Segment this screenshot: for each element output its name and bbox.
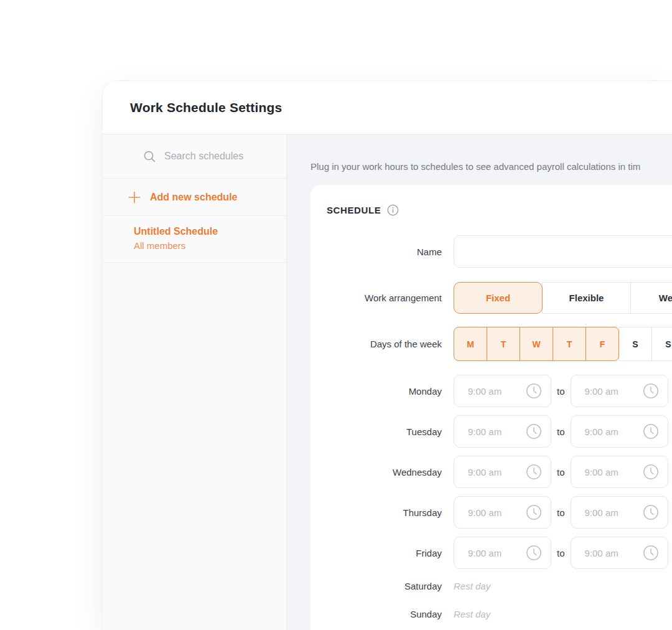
sunday-rest-day-text: Rest day: [454, 609, 490, 619]
screen: Work Schedule Settings Search schedules: [0, 0, 672, 630]
schedule-item-members: All members: [134, 240, 274, 251]
schedule-card: SCHEDULE Name: [310, 185, 672, 630]
saturday-rest-day-text: Rest day: [454, 581, 490, 591]
clock-icon: [643, 504, 659, 520]
schedule-name-input[interactable]: [454, 235, 672, 268]
page-title: Work Schedule Settings: [130, 100, 282, 115]
time-placeholder: 9:00 am: [585, 467, 618, 477]
main-panel: Plug in your work hours to schedules to …: [287, 134, 672, 630]
monday-row: Monday 9:00 am to 9:00 am: [327, 375, 672, 407]
tuesday-start-time-field[interactable]: 9:00 am: [454, 415, 551, 448]
schedule-item-name: Untitled Schedule: [134, 226, 274, 237]
add-new-schedule-button[interactable]: Add new schedule: [103, 179, 286, 216]
day-toggle-tuesday[interactable]: T: [487, 327, 520, 361]
wednesday-start-time-field[interactable]: 9:00 am: [454, 456, 551, 488]
friday-row: Friday 9:00 am to 9:00 am: [327, 537, 672, 569]
clock-icon: [643, 464, 659, 480]
work-arrangement-row: Work arrangement Fixed Flexible Weekly: [327, 282, 672, 314]
sidebar-item-untitled-schedule[interactable]: Untitled Schedule All members: [103, 216, 286, 263]
to-label: to: [557, 507, 565, 518]
time-placeholder: 9:00 am: [585, 386, 618, 397]
day-toggle-thursday[interactable]: T: [553, 327, 586, 361]
friday-end-time-field[interactable]: 9:00 am: [571, 537, 668, 569]
clock-icon: [526, 423, 542, 440]
clock-icon: [526, 545, 542, 561]
arrangement-option-flexible[interactable]: Flexible: [542, 282, 631, 314]
day-toggle-saturday[interactable]: S: [618, 327, 652, 361]
clock-icon: [526, 504, 542, 520]
tuesday-end-time-field[interactable]: 9:00 am: [571, 415, 668, 448]
add-new-schedule-label: Add new schedule: [150, 192, 237, 203]
plus-icon: [128, 190, 141, 204]
clock-icon: [643, 423, 659, 440]
search-schedules-input[interactable]: Search schedules: [103, 134, 286, 179]
clock-icon: [643, 545, 659, 561]
to-label: to: [557, 467, 565, 477]
tuesday-label: Tuesday: [327, 426, 442, 437]
thursday-start-time-field[interactable]: 9:00 am: [454, 496, 551, 529]
search-icon: [143, 150, 156, 163]
to-label: to: [557, 548, 565, 558]
friday-label: Friday: [327, 548, 442, 558]
clock-icon: [526, 383, 542, 399]
day-toggle-sunday[interactable]: S: [651, 327, 672, 361]
days-of-week-row: Days of the week M T W T F S S: [327, 327, 672, 361]
time-placeholder: 9:00 am: [468, 507, 502, 518]
time-placeholder: 9:00 am: [468, 386, 502, 397]
saturday-label: Saturday: [327, 581, 442, 591]
wednesday-end-time-field[interactable]: 9:00 am: [571, 456, 668, 488]
payroll-hint-text: Plug in your work hours to schedules to …: [310, 161, 672, 172]
day-toggle-wednesday[interactable]: W: [520, 327, 553, 361]
name-label: Name: [327, 247, 442, 257]
to-label: to: [557, 386, 565, 397]
monday-label: Monday: [327, 386, 442, 397]
sunday-row: Sunday Rest day: [327, 605, 672, 623]
time-placeholder: 9:00 am: [468, 426, 502, 437]
name-row: Name: [327, 235, 672, 268]
work-arrangement-segmented-control: Fixed Flexible Weekly: [454, 282, 672, 314]
wednesday-label: Wednesday: [327, 467, 442, 477]
title-bar: Work Schedule Settings: [103, 81, 672, 134]
schedule-section-header: SCHEDULE: [327, 204, 672, 216]
friday-start-time-field[interactable]: 9:00 am: [454, 537, 551, 569]
work-schedule-settings-window: Work Schedule Settings Search schedules: [103, 81, 672, 630]
tuesday-row: Tuesday 9:00 am to 9:00 am: [327, 415, 672, 448]
time-placeholder: 9:00 am: [585, 548, 618, 558]
time-placeholder: 9:00 am: [468, 548, 502, 558]
time-placeholder: 9:00 am: [468, 467, 502, 477]
thursday-end-time-field[interactable]: 9:00 am: [571, 496, 668, 529]
time-placeholder: 9:00 am: [585, 426, 618, 437]
clock-icon: [526, 464, 542, 480]
work-arrangement-label: Work arrangement: [327, 293, 442, 303]
sunday-label: Sunday: [327, 609, 442, 619]
info-icon[interactable]: [387, 204, 399, 216]
day-toggle-group: M T W T F S S: [454, 327, 672, 361]
day-toggle-friday[interactable]: F: [586, 327, 619, 361]
monday-start-time-field[interactable]: 9:00 am: [454, 375, 551, 407]
thursday-row: Thursday 9:00 am to 9:00 am: [327, 496, 672, 529]
search-placeholder: Search schedules: [164, 151, 243, 162]
wednesday-row: Wednesday 9:00 am to 9:00 am: [327, 456, 672, 488]
time-placeholder: 9:00 am: [585, 507, 618, 518]
days-of-week-label: Days of the week: [327, 339, 442, 349]
thursday-label: Thursday: [327, 507, 442, 518]
saturday-row: Saturday Rest day: [327, 577, 672, 595]
arrangement-option-weekly[interactable]: Weekly: [630, 282, 672, 314]
schedule-section-title: SCHEDULE: [327, 205, 381, 215]
clock-icon: [643, 383, 659, 399]
day-toggle-monday[interactable]: M: [454, 327, 487, 361]
schedules-sidebar: Search schedules Add new schedule Untitl…: [103, 134, 287, 630]
to-label: to: [557, 426, 565, 437]
arrangement-option-fixed[interactable]: Fixed: [454, 282, 543, 314]
monday-end-time-field[interactable]: 9:00 am: [571, 375, 668, 407]
